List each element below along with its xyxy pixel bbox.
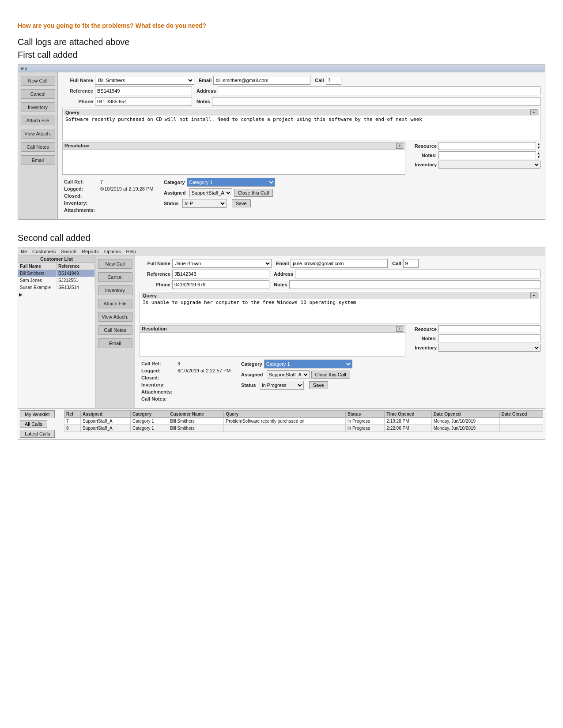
query-plus-btn-2[interactable]: + [530,293,537,298]
closed-value-1 [99,193,159,199]
closed-value-2 [177,375,236,381]
reference-input-1[interactable] [95,86,192,95]
category-label-1: Category [164,180,185,185]
cancel-button-1[interactable]: Cancel [21,89,55,99]
all-calls-btn[interactable]: All Calls [20,420,47,428]
menu-customers[interactable]: Customers [32,249,56,254]
address-input-2[interactable] [295,270,540,278]
notes-label-2: Notes [274,282,287,287]
address-input-1[interactable] [218,86,540,95]
col-query: Query [224,411,345,418]
resource-input-2[interactable] [438,325,540,333]
nav-arrow-icon[interactable]: ▶ [19,292,23,297]
menu-search[interactable]: Search [61,249,76,254]
fullname-select-1[interactable]: Bill Smithers [95,76,194,85]
fullname-label-2: Full Name [140,261,170,266]
query-label-1: Query [65,110,79,115]
inventory-select-2[interactable] [438,344,540,352]
new-call-button-2[interactable]: New Call [98,259,132,269]
call-notes-button-1[interactable]: Call Notes [21,142,55,152]
resource-down-icon[interactable]: ▼ [537,146,540,150]
email-input-2[interactable] [291,259,388,268]
inventory-label-1: Inventory [408,162,437,167]
query-textarea-2[interactable]: Is unable to upgrade her computer to the… [141,299,539,321]
category-select-2[interactable]: Category 1 [264,360,352,368]
nav-arrow-row: ▶ [18,291,95,298]
resource-input-1[interactable] [438,142,536,150]
view-attach-button-2[interactable]: View Attach. [98,312,132,322]
heading-first-call: First call added [18,50,545,60]
callnotes-value-2 [177,396,236,402]
email-input-1[interactable] [213,76,310,85]
call-label-2: Call [392,261,401,266]
closed-label-1: Closed: [63,193,98,199]
resolution-plus-btn-2[interactable]: + [396,326,403,332]
save-btn-1[interactable]: Save [232,199,251,207]
customer-row-0[interactable]: Bill Smithers BS141949 [18,270,95,277]
status-select-1[interactable]: In P [182,199,227,208]
notes2-input-2[interactable] [438,334,540,342]
assigned-select-2[interactable]: SupportStaff_A [267,370,310,379]
cell-time-1: 2:22:06 PM [385,425,431,432]
menu-file[interactable]: file [21,249,27,254]
email-label-1: Email [199,78,212,83]
assigned-select-1[interactable]: SupportStaff_A [189,188,232,197]
customer-ref-2: SE132514 [57,284,95,291]
col-date-opened: Date Opened [431,411,499,418]
close-call-btn-1[interactable]: Close this Call [234,189,273,197]
view-attach-button-1[interactable]: View Attach. [21,129,55,139]
query-textarea-1[interactable]: Software recently purchased on CD will n… [64,116,539,138]
menu-options[interactable]: Options [104,249,121,254]
resolution-textarea-1[interactable] [62,149,405,175]
reference-input-2[interactable] [172,270,269,278]
query-plus-btn-1[interactable]: + [530,109,537,115]
cell-query-1 [224,425,345,432]
category-select-1[interactable]: Category 1 [187,178,275,187]
logged-value-2: 6/10/2019 at 2:22:57 PM [177,368,236,374]
closed-label-2: Closed: [140,375,176,381]
customer-row-2[interactable]: Susan Example SE132514 [18,284,95,291]
inventory-button-2[interactable]: Inventory [98,285,132,295]
bottom-info-2: Call Ref: 9 Logged: 6/10/2019 at 2:22:57… [140,360,540,403]
attach-file-button-1[interactable]: Attach File [21,116,55,125]
resolution-textarea-2[interactable] [140,332,405,356]
customer-row-1[interactable]: Sam Jones SJ212551 [18,277,95,284]
inventory-button-1[interactable]: Inventory [21,102,55,112]
email-button-2[interactable]: Email [98,338,132,348]
col-ref: Ref [64,411,81,418]
table-row[interactable]: 7 SupportStaff_A Category 1 Bill Smither… [64,418,543,425]
attach-file-button-2[interactable]: Attach File [98,299,132,308]
notes2-down-icon[interactable]: ▼ [537,155,540,159]
table-row[interactable]: 8 SupportStaff_A Category 1 Bill Smither… [64,425,543,432]
resolution-plus-btn-1[interactable]: + [396,143,403,149]
notes-input-1[interactable] [212,97,540,106]
phone-input-1[interactable] [95,97,192,106]
menu-reports[interactable]: Reports [82,249,99,254]
call-input-2[interactable] [403,259,419,268]
cell-customer-0: Bill Smithers [168,418,224,425]
address-label-2: Address [274,271,293,277]
customer-list-title: Customer List [18,255,95,263]
cancel-button-2[interactable]: Cancel [98,272,132,282]
save-btn-2[interactable]: Save [309,381,328,389]
fullname-select-2[interactable]: Jane Brown [172,259,272,268]
menu-help[interactable]: Help [126,249,136,254]
new-call-button-1[interactable]: New Call [21,76,55,86]
col-category: Category [130,411,168,418]
latest-calls-btn[interactable]: Latest Calls [20,430,55,438]
call-input-1[interactable] [326,76,341,85]
email-button-1[interactable]: Email [21,155,55,165]
close-call-btn-2[interactable]: Close this Call [311,371,350,379]
status-select-2[interactable]: In Progress [260,381,304,390]
notes-input-2[interactable] [289,280,540,289]
customer-name-0: Bill Smithers [18,270,57,277]
inventory-label-2: Inventory [408,345,437,350]
notes2-input-1[interactable] [438,151,536,159]
my-worklist-btn[interactable]: My Worklist [20,410,55,418]
phone-input-2[interactable] [172,280,269,289]
call-notes-button-2[interactable]: Call Notes [98,325,132,335]
cell-date-1: Monday, Jun/10/2019 [431,425,499,432]
first-call-form: Full Name Bill Smithers Email Call Refer… [58,72,545,219]
cl-header-fullname: Full Name [18,263,57,270]
inventory-select-1[interactable] [438,161,540,169]
